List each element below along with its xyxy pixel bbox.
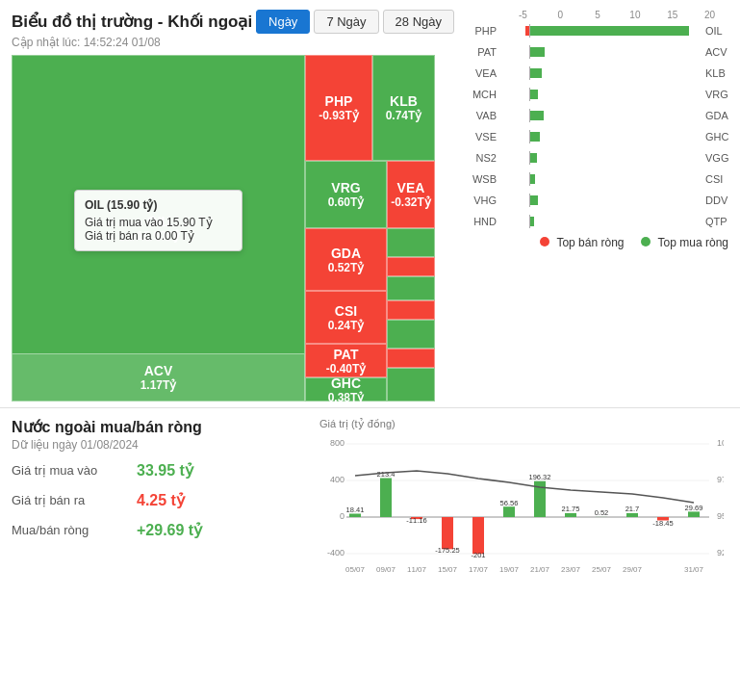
green-bar xyxy=(530,68,542,78)
bar-right-label: VRG xyxy=(702,89,728,100)
stat-net-value: +29.69 tỷ xyxy=(137,521,202,539)
bar-right-label: GHC xyxy=(702,131,728,143)
green-bar xyxy=(530,111,544,120)
svg-text:-400: -400 xyxy=(327,548,344,557)
bar-track xyxy=(500,130,702,143)
stat-sell-label: Giá trị bán ra xyxy=(12,493,137,507)
svg-text:800: 800 xyxy=(330,438,344,448)
block-sym-php: PHP xyxy=(325,93,353,109)
stat-net-label: Mua/bán ròng xyxy=(12,523,137,537)
update-time: Cập nhật lúc: 14:52:24 01/08 xyxy=(12,36,454,49)
bar-right-label: DDV xyxy=(702,194,728,206)
bottom-chart: 800 400 0 -400 100 97.5 95 92.5 18.41 xyxy=(319,432,724,586)
bar-row: PATACV xyxy=(470,43,728,61)
block-sym-gda: GDA xyxy=(331,246,361,261)
svg-text:97.5: 97.5 xyxy=(717,475,724,484)
stat-buy-value: 33.95 tỷ xyxy=(137,461,193,480)
axis-label: 5 xyxy=(579,10,617,20)
bar-row: VSEGHC xyxy=(470,128,728,145)
treemap-block-small2[interactable] xyxy=(387,257,435,276)
stat-sell: Giá trị bán ra 4.25 tỷ xyxy=(12,491,300,509)
bar-left-label: PAT xyxy=(470,46,500,58)
block-val-php: -0.93Tỷ xyxy=(319,109,359,122)
svg-text:09/07: 09/07 xyxy=(376,565,396,574)
bar-right-label: CSI xyxy=(702,173,728,185)
bar-left-label: NS2 xyxy=(470,152,500,164)
block-val-vea: -0.32Tỷ xyxy=(391,195,431,209)
svg-text:19/07: 19/07 xyxy=(499,565,520,574)
svg-text:25/07: 25/07 xyxy=(592,565,612,574)
treemap-block-small4[interactable] xyxy=(387,300,435,320)
bar-row: HNDQTP xyxy=(470,213,728,230)
time-buttons: Ngày 7 Ngày 28 Ngày xyxy=(256,10,454,34)
bar-right-label: QTP xyxy=(702,216,728,227)
treemap-block-oil[interactable]: OIL15.90Tỷ xyxy=(12,55,305,402)
treemap-block-small1[interactable] xyxy=(387,228,435,257)
treemap-block-small5[interactable] xyxy=(387,320,435,349)
block-sym-vea: VEA xyxy=(397,180,425,195)
bottom-section: Nước ngoài mua/bán ròng Dữ liệu ngày 01/… xyxy=(0,408,740,599)
svg-text:-11.16: -11.16 xyxy=(406,516,426,525)
svg-text:17/07: 17/07 xyxy=(469,565,489,574)
block-sym-ghc: GHC xyxy=(331,376,361,391)
bar-left-label: VAB xyxy=(470,110,500,121)
treemap-block-pat[interactable]: PAT-0.40Tỷ xyxy=(305,344,387,377)
stat-buy: Giá trị mua vào 33.95 tỷ xyxy=(12,461,300,480)
treemap-block-acv[interactable]: ACV1.17Tỷ xyxy=(12,353,305,402)
block-val-pat: -0.40Tỷ xyxy=(326,362,367,376)
bar-track xyxy=(500,151,702,165)
svg-text:0: 0 xyxy=(340,511,344,521)
treemap-block-klb[interactable]: KLB0.74Tỷ xyxy=(372,55,435,161)
svg-text:196.32: 196.32 xyxy=(529,473,551,481)
bar-left-label: VHG xyxy=(470,194,500,206)
svg-text:23/07: 23/07 xyxy=(561,565,581,574)
svg-text:100: 100 xyxy=(717,438,724,448)
treemap-block-small3[interactable] xyxy=(387,276,435,300)
line-chart-panel: Giá trị (tỷ đồng) 800 400 0 -400 100 97.… xyxy=(319,418,728,589)
btn-ngay[interactable]: Ngày xyxy=(256,10,310,34)
svg-text:21/07: 21/07 xyxy=(530,565,550,574)
stat-net: Mua/bán ròng +29.69 tỷ xyxy=(12,521,300,539)
axis-label: 15 xyxy=(653,10,691,20)
btn-7ngay[interactable]: 7 Ngày xyxy=(314,10,378,34)
bar-right-label: KLB xyxy=(702,67,728,79)
legend-red: Top bán ròng xyxy=(540,236,624,249)
svg-text:0.52: 0.52 xyxy=(595,508,609,517)
svg-text:29/07: 29/07 xyxy=(623,565,643,574)
green-bar xyxy=(530,195,538,205)
treemap-block-small7[interactable] xyxy=(387,368,435,402)
bar-left-label: MCH xyxy=(470,89,500,100)
treemap-block-ghc[interactable]: GHC0.38Tỷ xyxy=(305,377,387,402)
treemap-block-small6[interactable] xyxy=(387,349,435,368)
btn-28ngay[interactable]: 28 Ngày xyxy=(383,10,454,34)
treemap-block-gda[interactable]: GDA0.52Tỷ xyxy=(305,228,387,291)
bar-track xyxy=(500,194,702,207)
svg-text:21.75: 21.75 xyxy=(562,505,580,513)
svg-text:-201: -201 xyxy=(471,551,485,559)
bar-right-label: GDA xyxy=(702,110,728,121)
stats-panel: Nước ngoài mua/bán ròng Dữ liệu ngày 01/… xyxy=(12,418,300,589)
bar-row: VEAKLB xyxy=(470,65,728,82)
block-val-oil: 15.90Tỷ xyxy=(137,229,179,243)
block-sym-csi: CSI xyxy=(335,303,357,319)
legend: Top bán ròng Top mua ròng xyxy=(470,236,728,249)
block-val-gda: 0.52Tỷ xyxy=(328,261,365,274)
bar-track xyxy=(500,66,702,80)
svg-text:213.4: 213.4 xyxy=(377,470,396,479)
bar-1307 xyxy=(442,517,453,549)
bar-track xyxy=(500,24,702,38)
treemap-block-vrg[interactable]: VRG0.60Tỷ xyxy=(305,161,387,228)
bar-track xyxy=(500,88,702,101)
treemap-block-php[interactable]: PHP-0.93Tỷ xyxy=(305,55,372,161)
bar-chart-panel: -505101520PHPOILPATACVVEAKLBMCHVRGVABGDA… xyxy=(454,10,728,402)
bar-1707 xyxy=(503,506,515,517)
legend-red-label: Top bán ròng xyxy=(556,236,624,249)
bar-left-label: HND xyxy=(470,216,500,227)
treemap-block-vea[interactable]: VEA-0.32Tỷ xyxy=(387,161,435,228)
bar-3107 xyxy=(688,511,700,517)
bar-2107 xyxy=(565,513,576,517)
green-bar xyxy=(530,26,689,36)
bar-chart: -505101520PHPOILPATACVVEAKLBMCHVRGVABGDA… xyxy=(470,10,728,230)
bar-row: VHGDDV xyxy=(470,192,728,209)
treemap-block-csi[interactable]: CSI0.24Tỷ xyxy=(305,291,387,344)
